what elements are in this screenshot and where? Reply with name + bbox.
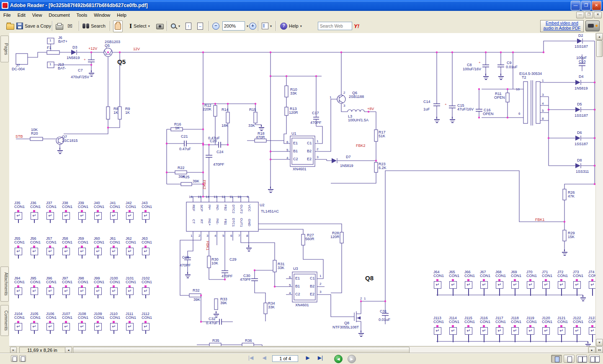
schematic-drawing xyxy=(9,33,596,346)
page-view-icon[interactable] xyxy=(19,355,26,362)
previous-view-button[interactable]: ◀ xyxy=(334,355,343,363)
title-bar[interactable]: Adobe Reader - [9c325b87f492b681f7b6f4db… xyxy=(0,0,603,11)
schematic-label: + xyxy=(84,58,86,62)
connector-arrow-icon: ↵ xyxy=(513,282,517,287)
print-button[interactable] xyxy=(54,21,64,31)
fit-page-button[interactable]: ↕ xyxy=(184,21,193,31)
close-button[interactable]: ✕ xyxy=(592,1,601,10)
continuous-facing-view-button[interactable] xyxy=(589,355,600,363)
connector-type: CON1 xyxy=(542,320,553,324)
connector-type: CON1 xyxy=(94,205,105,209)
zoom-level-dropdown[interactable]: 200% ▾ xyxy=(221,21,250,31)
chevron-down-icon[interactable]: ▾ xyxy=(300,24,302,28)
vertical-scroll-thumb[interactable] xyxy=(596,40,603,57)
connector-arrow-icon: ↵ xyxy=(436,328,439,333)
connector-arrow-icon: ↵ xyxy=(590,328,594,333)
menu-edit[interactable]: Edit xyxy=(14,12,29,18)
first-page-button[interactable]: |◀ xyxy=(245,355,256,361)
restore-button[interactable]: ❐ xyxy=(581,1,591,10)
page-layout-button[interactable]: ▾ xyxy=(260,21,273,31)
connector-arrow-icon: ↵ xyxy=(32,249,36,254)
hand-tool-button[interactable] xyxy=(113,21,123,32)
search-button[interactable]: Search xyxy=(81,21,107,31)
search-web-input[interactable] xyxy=(318,22,352,30)
connector-J62: J62CON1↵ xyxy=(126,237,137,259)
connector-arrow-icon: ↵ xyxy=(466,328,470,333)
menu-help[interactable]: Help xyxy=(113,12,130,18)
previous-page-button[interactable]: ◀ xyxy=(259,355,270,361)
create-pdf-gadget-icon[interactable] xyxy=(585,21,600,31)
email-button[interactable]: ✉ xyxy=(66,21,74,31)
zoom-tool-button[interactable]: ▾ xyxy=(169,21,181,31)
schematic-label: 470R xyxy=(256,136,265,139)
zoom-in-button[interactable]: + xyxy=(248,21,258,31)
zoom-level-value[interactable]: 200% xyxy=(222,21,245,31)
tab-attachments[interactable]: Attachments xyxy=(0,267,9,302)
fit-width-icon: ↔ xyxy=(197,23,203,30)
vertical-scrollbar[interactable]: ▲ ▼ ▾▾ xyxy=(595,33,603,354)
connector-type: CON1 xyxy=(142,205,152,209)
connector-symbol: ↵ xyxy=(465,281,472,289)
next-page-scroll-button[interactable]: ▾▾ xyxy=(596,346,603,354)
scroll-down-button[interactable]: ▼ xyxy=(596,339,603,346)
doc-minimize-button[interactable]: — xyxy=(576,12,584,18)
ground-symbol xyxy=(185,272,191,278)
doc-restore-button[interactable]: ❐ xyxy=(585,12,593,18)
ground-symbol xyxy=(88,70,94,77)
connector-symbol: ↵ xyxy=(78,212,86,220)
next-page-button[interactable]: ▶ xyxy=(302,355,313,361)
zoom-out-button[interactable]: − xyxy=(211,21,221,31)
page-number-indicator[interactable]: 1 of 4 xyxy=(272,355,298,362)
schematic-label: BAT- xyxy=(58,67,66,70)
menu-window[interactable]: Window xyxy=(90,12,113,18)
continuous-view-button[interactable] xyxy=(564,355,575,363)
menu-view[interactable]: View xyxy=(29,12,46,18)
scroll-right-button[interactable]: ▸ xyxy=(588,347,595,354)
snapshot-button[interactable] xyxy=(155,21,165,31)
connector-type: CON1 xyxy=(542,274,553,278)
schematic-label: VCC xyxy=(247,205,251,212)
menu-tools[interactable]: Tools xyxy=(73,12,91,18)
menu-document[interactable]: Document xyxy=(45,12,73,18)
connector-arrow-icon: ↵ xyxy=(48,324,52,329)
next-view-button[interactable]: ▶ xyxy=(348,355,356,363)
connector-lead xyxy=(530,289,531,296)
facing-view-button[interactable] xyxy=(576,355,587,363)
yahoo-icon[interactable]: Y! xyxy=(354,23,359,29)
page-thumbnail-icon[interactable] xyxy=(11,355,18,362)
schematic-label: R15 xyxy=(249,108,256,112)
select-tool-button[interactable]: I Select ▾ xyxy=(128,21,151,31)
connector-type: CON1 xyxy=(449,320,460,324)
schematic-label: OPEN xyxy=(494,96,505,100)
doc-close-button[interactable]: ✕ xyxy=(594,12,602,18)
tab-comments[interactable]: Comments xyxy=(0,305,9,336)
chevron-down-icon[interactable]: ▾ xyxy=(178,24,180,28)
save-a-copy-label: Save a Copy xyxy=(25,23,51,28)
connector-J58: J58CON1↵ xyxy=(62,237,73,259)
document-view[interactable]: J6BAT+1F1D31N5819+12V2SB1203Q512VQ5J7DC-… xyxy=(9,33,596,346)
connector-arrow-icon: ↵ xyxy=(482,282,486,287)
menu-file[interactable]: File xyxy=(0,12,14,18)
save-a-copy-button[interactable]: Save a Copy xyxy=(15,21,52,31)
open-button[interactable] xyxy=(5,21,15,31)
embed-video-button[interactable]: Embed video and audio in Adobe PDF xyxy=(540,20,584,32)
fit-width-button[interactable]: ↔ xyxy=(196,21,204,31)
minimize-button[interactable]: — xyxy=(571,1,580,10)
connector-symbol: ↵ xyxy=(62,323,70,331)
expand-statusbar-button[interactable]: ▸ xyxy=(10,347,17,353)
horizontal-scroll-thumb[interactable] xyxy=(73,347,410,354)
chevron-down-icon[interactable]: ▾ xyxy=(270,24,272,28)
chevron-down-icon[interactable]: ▾ xyxy=(148,24,150,28)
connector-type: CON1 xyxy=(78,241,89,244)
window-title: Adobe Reader - [9c325b87f492b681f7b6f4db… xyxy=(10,3,571,8)
schematic-label: NTF3055L108T xyxy=(332,326,359,329)
help-button[interactable]: ? Help ▾ xyxy=(279,21,303,31)
schematic-label: OPEN xyxy=(483,112,494,116)
scroll-up-button[interactable]: ▲ xyxy=(596,33,603,40)
last-page-button[interactable]: ▶| xyxy=(315,355,326,361)
scroll-left-button[interactable]: ◂ xyxy=(65,347,72,354)
connector-lead xyxy=(82,331,82,334)
connector-J56: J56CON1↵ xyxy=(30,237,41,259)
tab-pages[interactable]: Pages xyxy=(0,36,9,62)
single-page-view-button[interactable] xyxy=(551,355,562,363)
